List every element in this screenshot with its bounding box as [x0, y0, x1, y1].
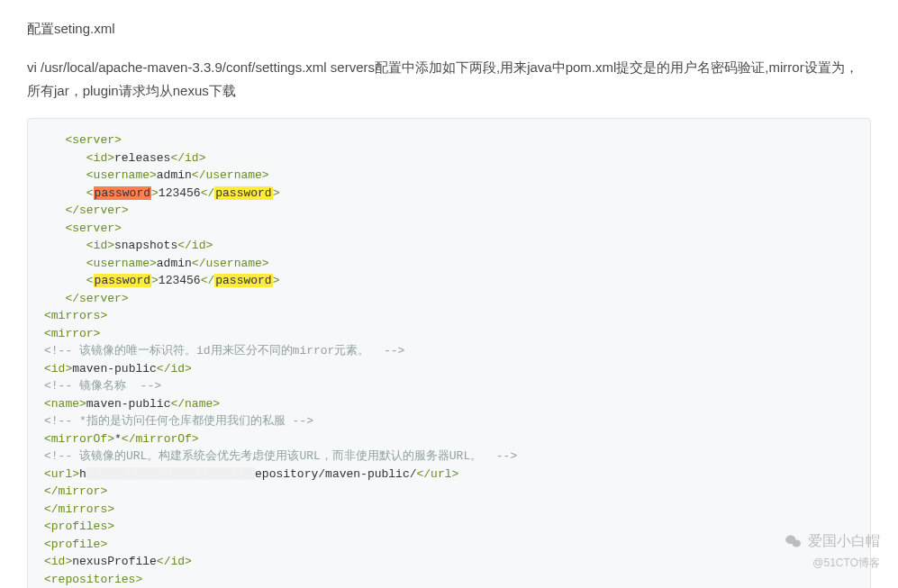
- code-text: admin: [157, 257, 192, 270]
- code-text: 123456: [159, 274, 201, 287]
- code-line: <mirror>: [44, 327, 100, 340]
- code-comment: <!-- 该镜像的URL。构建系统会优先考虑使用该URL，而非使用默认的服务器U…: [44, 449, 517, 463]
- code-text: releases: [114, 151, 170, 165]
- code-line: <profile>: [44, 538, 107, 551]
- code-tag: </username>: [192, 168, 269, 182]
- heading: 配置seting.xml: [27, 18, 871, 40]
- code-tag: <url>: [44, 467, 79, 481]
- code-tag: </url>: [417, 467, 459, 481]
- code-tag: </id>: [177, 239, 213, 252]
- svg-point-1: [792, 539, 801, 547]
- code-tag: <name>: [44, 397, 86, 411]
- code-tag: >: [151, 186, 159, 200]
- description-paragraph: vi /usr/local/apache-maven-3.3.9/conf/se…: [27, 56, 871, 102]
- code-line: </mirrors>: [44, 502, 114, 516]
- code-line: <profiles>: [44, 520, 114, 533]
- code-tag: <id>: [44, 362, 72, 375]
- code-text: nexusProfile: [72, 555, 157, 568]
- code-text: epository/maven-public/: [255, 467, 416, 481]
- code-tag: <id>: [86, 239, 114, 252]
- code-text: 123456: [159, 186, 201, 200]
- code-tag: </mirrorOf>: [122, 432, 199, 446]
- code-tag: </id>: [170, 151, 205, 165]
- code-tag: <id>: [86, 151, 114, 165]
- highlight-password: password: [94, 274, 151, 287]
- code-tag: </: [201, 274, 215, 287]
- highlight-password: password: [94, 186, 151, 200]
- code-tag: >: [273, 274, 280, 287]
- code-text: snapshots: [114, 239, 177, 252]
- code-tag: <mirrorOf>: [44, 432, 114, 446]
- code-tag: >: [151, 274, 159, 287]
- code-line: <repositories>: [44, 573, 142, 586]
- wechat-icon: [785, 534, 803, 548]
- code-text: *: [114, 432, 122, 446]
- code-text: maven-public: [72, 362, 157, 375]
- code-line: <mirrors>: [44, 309, 107, 322]
- code-tag: <username>: [86, 257, 157, 270]
- code-tag: >: [273, 186, 280, 200]
- code-text: h: [79, 467, 86, 481]
- watermark-sub: @51CTO博客: [812, 555, 880, 572]
- code-tag: <id>: [44, 555, 72, 568]
- code-comment: <!-- 镜像名称 -->: [44, 379, 161, 393]
- code-tag: </name>: [170, 397, 220, 411]
- code-line: </server>: [65, 204, 128, 217]
- code-tag: <: [86, 186, 94, 200]
- redacted-text: ████████████████████████: [86, 467, 255, 481]
- code-comment: <!-- *指的是访问任何仓库都使用我们的私服 -->: [44, 414, 313, 428]
- code-tag: <: [86, 274, 94, 287]
- code-text: admin: [157, 168, 192, 182]
- code-tag: </username>: [192, 257, 269, 270]
- code-block: <server> <id>releases</id> <username>adm…: [27, 118, 871, 588]
- highlight-password: password: [214, 186, 272, 200]
- code-line: <server>: [65, 133, 121, 147]
- code-tag: </id>: [157, 555, 192, 568]
- watermark: 爱国小白帽 @51CTO博客: [785, 529, 880, 572]
- code-line: </mirror>: [44, 484, 107, 498]
- code-tag: <username>: [86, 168, 157, 182]
- watermark-text: 爱国小白帽: [808, 529, 880, 553]
- highlight-password: password: [214, 274, 272, 287]
- code-comment: <!-- 该镜像的唯一标识符。id用来区分不同的mirror元素。 -->: [44, 344, 404, 357]
- code-tag: </: [201, 186, 215, 200]
- code-text: maven-public: [86, 397, 171, 411]
- code-line: </server>: [65, 292, 128, 305]
- code-line: <server>: [65, 222, 121, 235]
- code-tag: </id>: [157, 362, 192, 375]
